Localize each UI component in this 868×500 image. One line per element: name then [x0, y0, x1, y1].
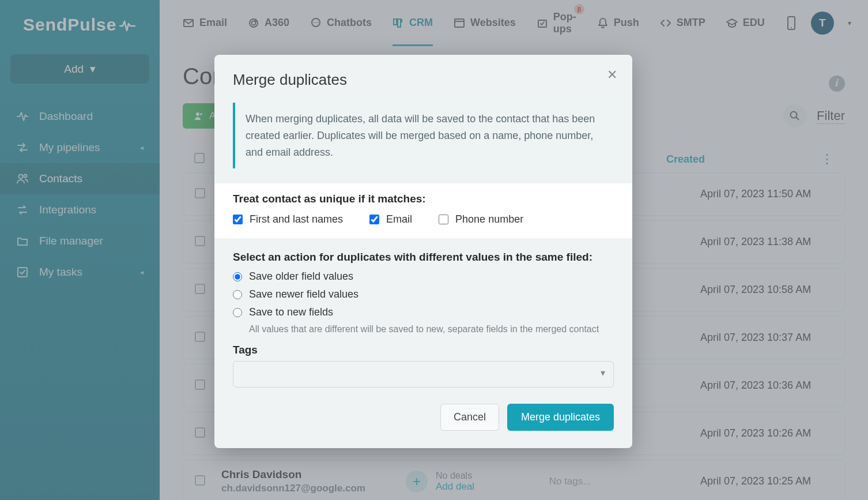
modal-title: Merge duplicates [233, 71, 614, 89]
modal-close-button[interactable]: ✕ [607, 67, 617, 82]
radio-subtext: All values that are different will be sa… [249, 324, 614, 334]
radio-save-to-new-fields[interactable]: Save to new fields [233, 306, 614, 318]
radio-label: Save older field values [249, 270, 353, 283]
radio-label: Save newer field values [249, 288, 358, 300]
unique-match-section: Treat contact as unique if it matches: F… [214, 183, 632, 238]
tags-select[interactable] [233, 361, 614, 388]
unique-match-label: Treat contact as unique if it matches: [233, 193, 614, 205]
check-email[interactable]: Email [369, 213, 412, 225]
radio-input[interactable] [233, 290, 242, 299]
merge-duplicates-modal: Merge duplicates ✕ When merging duplicat… [214, 55, 632, 448]
check-phone-number[interactable]: Phone number [439, 213, 523, 225]
radio-save-older-field-values[interactable]: Save older field values [233, 270, 614, 283]
duplicate-action-label: Select an action for duplicates with dif… [233, 251, 614, 264]
checkbox-input[interactable] [369, 215, 379, 224]
checkbox-input[interactable] [439, 215, 448, 224]
checkbox-label: Email [386, 213, 412, 225]
check-first-and-last-names[interactable]: First and last names [233, 213, 343, 225]
radio-save-newer-field-values[interactable]: Save newer field values [233, 288, 614, 300]
modal-info-text: When merging duplicates, all data will b… [233, 103, 614, 168]
checkbox-input[interactable] [233, 215, 243, 224]
radio-input[interactable] [233, 272, 242, 281]
radio-input[interactable] [233, 308, 242, 317]
cancel-button[interactable]: Cancel [440, 404, 499, 431]
radio-label: Save to new fields [249, 306, 333, 318]
checkbox-label: First and last names [250, 213, 343, 225]
merge-duplicates-button[interactable]: Merge duplicates [507, 404, 614, 431]
checkbox-label: Phone number [455, 213, 523, 225]
tags-label: Tags [233, 344, 614, 356]
